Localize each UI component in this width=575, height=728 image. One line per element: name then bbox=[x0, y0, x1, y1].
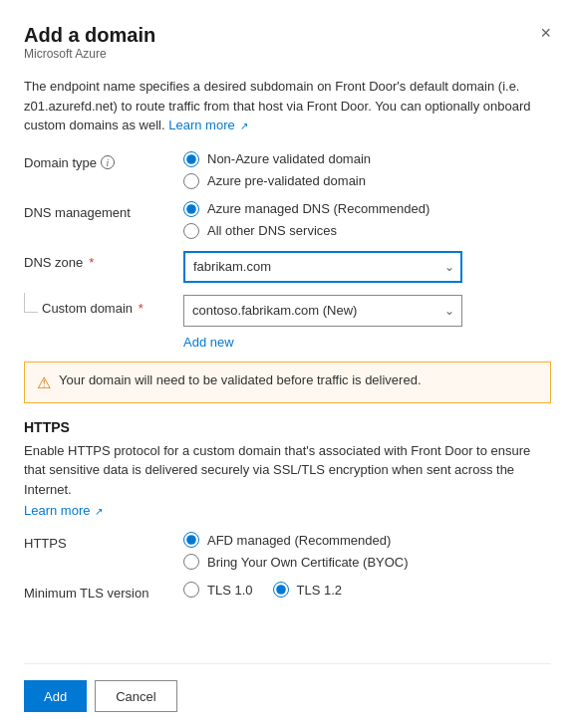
custom-domain-dropdown[interactable]: contoso.fabrikam.com (New) bbox=[183, 295, 462, 327]
radio-byoc-label: Bring Your Own Certificate (BYOC) bbox=[207, 555, 409, 570]
radio-other-dns[interactable]: All other DNS services bbox=[183, 223, 430, 239]
dialog-subtitle: Microsoft Azure bbox=[24, 47, 155, 61]
validation-warning: ⚠ Your domain will need to be validated … bbox=[24, 362, 551, 403]
dialog-footer: Add Cancel bbox=[24, 663, 551, 728]
tree-line bbox=[24, 293, 38, 313]
radio-azure-managed-dns-label: Azure managed DNS (Recommended) bbox=[207, 201, 430, 216]
dns-zone-dropdown-wrapper: fabrikam.com ⌄ bbox=[183, 251, 462, 283]
custom-domain-controls: contoso.fabrikam.com (New) ⌄ Add new bbox=[183, 295, 462, 350]
radio-afd-managed-label: AFD managed (Recommended) bbox=[207, 533, 391, 548]
radio-byoc-input[interactable] bbox=[183, 554, 199, 570]
dialog-title: Add a domain bbox=[24, 24, 155, 47]
radio-non-azure-label: Non-Azure validated domain bbox=[207, 151, 371, 166]
dns-zone-required: * bbox=[89, 255, 94, 270]
cancel-button[interactable]: Cancel bbox=[95, 680, 176, 712]
external-link-icon: ↗ bbox=[237, 121, 248, 131]
radio-tls10-input[interactable] bbox=[183, 582, 199, 598]
dialog-header: Add a domain Microsoft Azure × bbox=[24, 24, 551, 75]
domain-type-row: Domain type i Non-Azure validated domain… bbox=[24, 151, 551, 189]
dns-zone-row: DNS zone * fabrikam.com ⌄ bbox=[24, 251, 551, 283]
custom-domain-row: Custom domain * contoso.fabrikam.com (Ne… bbox=[24, 295, 551, 350]
radio-afd-managed[interactable]: AFD managed (Recommended) bbox=[183, 532, 409, 548]
tls-label: Minimum TLS version bbox=[24, 582, 183, 601]
radio-byoc[interactable]: Bring Your Own Certificate (BYOC) bbox=[183, 554, 409, 570]
https-section-title: HTTPS bbox=[24, 419, 551, 435]
https-radio-group: AFD managed (Recommended) Bring Your Own… bbox=[183, 532, 409, 570]
https-section-description: Enable HTTPS protocol for a custom domai… bbox=[24, 441, 551, 500]
radio-tls10-label: TLS 1.0 bbox=[207, 583, 253, 598]
custom-domain-required: * bbox=[139, 301, 144, 316]
dns-management-label: DNS management bbox=[24, 201, 183, 220]
description-text: The endpoint name specifies a desired su… bbox=[24, 77, 551, 135]
https-field-row: HTTPS AFD managed (Recommended) Bring Yo… bbox=[24, 532, 551, 570]
close-button[interactable]: × bbox=[540, 24, 551, 42]
add-domain-dialog: Add a domain Microsoft Azure × The endpo… bbox=[0, 0, 575, 728]
tree-indent: Custom domain * bbox=[24, 301, 144, 316]
dns-zone-dropdown[interactable]: fabrikam.com bbox=[183, 251, 462, 283]
warning-text: Your domain will need to be validated be… bbox=[59, 372, 422, 387]
custom-domain-dropdown-wrapper: contoso.fabrikam.com (New) ⌄ bbox=[183, 295, 462, 327]
radio-tls12-label: TLS 1.2 bbox=[297, 583, 343, 598]
radio-afd-managed-input[interactable] bbox=[183, 532, 199, 548]
tls-options: TLS 1.0 TLS 1.2 bbox=[183, 582, 342, 598]
radio-tls10[interactable]: TLS 1.0 bbox=[183, 582, 253, 598]
dns-management-row: DNS management Azure managed DNS (Recomm… bbox=[24, 201, 551, 239]
domain-type-label: Domain type i bbox=[24, 151, 183, 170]
radio-azure-prevalidated-label: Azure pre-validated domain bbox=[207, 173, 366, 188]
https-field-label: HTTPS bbox=[24, 532, 183, 551]
radio-azure-prevalidated-input[interactable] bbox=[183, 173, 199, 189]
radio-other-dns-input[interactable] bbox=[183, 223, 199, 239]
radio-tls12-input[interactable] bbox=[273, 582, 289, 598]
https-external-link-icon: ↗ bbox=[92, 506, 103, 517]
https-learn-more-link[interactable]: Learn more ↗ bbox=[24, 503, 103, 518]
dns-management-radio-group: Azure managed DNS (Recommended) All othe… bbox=[183, 201, 430, 239]
custom-domain-label: Custom domain * bbox=[42, 301, 144, 316]
radio-non-azure[interactable]: Non-Azure validated domain bbox=[183, 151, 371, 167]
domain-type-radio-group: Non-Azure validated domain Azure pre-val… bbox=[183, 151, 371, 189]
radio-non-azure-input[interactable] bbox=[183, 151, 199, 167]
tls-row: Minimum TLS version TLS 1.0 TLS 1.2 bbox=[24, 582, 551, 601]
radio-azure-managed-dns[interactable]: Azure managed DNS (Recommended) bbox=[183, 201, 430, 217]
radio-other-dns-label: All other DNS services bbox=[207, 223, 337, 238]
custom-domain-label-area: Custom domain * bbox=[24, 295, 183, 316]
radio-azure-managed-dns-input[interactable] bbox=[183, 201, 199, 217]
warning-icon: ⚠ bbox=[37, 373, 51, 392]
radio-tls12[interactable]: TLS 1.2 bbox=[273, 582, 343, 598]
https-section: HTTPS Enable HTTPS protocol for a custom… bbox=[24, 419, 551, 519]
add-button[interactable]: Add bbox=[24, 680, 87, 712]
dns-zone-label: DNS zone * bbox=[24, 251, 183, 270]
description-learn-more-link[interactable]: Learn more ↗ bbox=[168, 118, 247, 132]
domain-type-info-icon[interactable]: i bbox=[101, 155, 115, 169]
add-new-link[interactable]: Add new bbox=[183, 335, 462, 350]
radio-azure-prevalidated[interactable]: Azure pre-validated domain bbox=[183, 173, 371, 189]
